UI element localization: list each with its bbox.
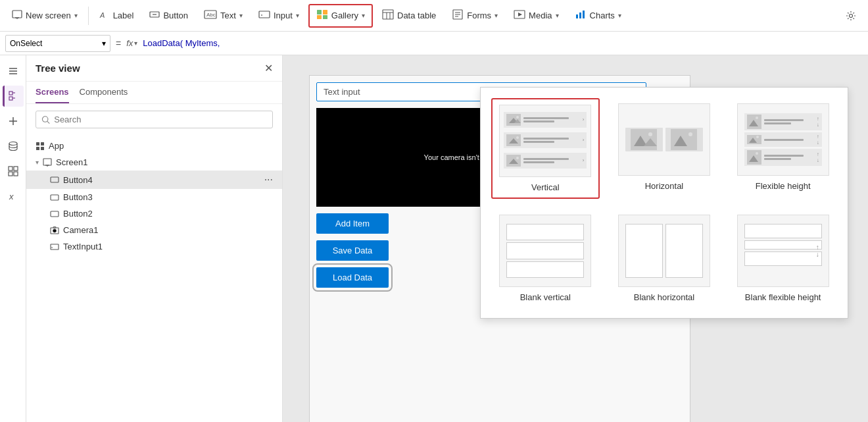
gallery-option-blank-horizontal[interactable]: Blank horizontal xyxy=(610,209,719,307)
tree-item-button2[interactable]: Button2 xyxy=(26,205,282,222)
blank-row-3 xyxy=(506,261,584,278)
tree-item-button4[interactable]: Button4 ··· xyxy=(26,171,282,189)
text-button[interactable]: Abc Text ▾ xyxy=(197,4,249,28)
tree-item-label: Screen1 xyxy=(56,157,87,167)
svg-rect-14 xyxy=(383,10,393,19)
thumb-image-icon xyxy=(506,114,521,126)
tab-screens[interactable]: Screens xyxy=(36,82,69,103)
tree-header: Tree view ✕ xyxy=(26,55,282,82)
charts-icon xyxy=(575,9,587,22)
blank-flex-row-3 xyxy=(744,251,822,266)
tree-item-label: Button4 xyxy=(63,175,93,185)
fx-button[interactable]: fx ▾ xyxy=(126,38,137,48)
svg-rect-41 xyxy=(14,172,18,176)
button-icon xyxy=(50,209,59,219)
chevron-down-icon: ▾ xyxy=(362,12,365,19)
gallery-option-blank-vertical[interactable]: Blank vertical xyxy=(491,209,600,307)
label-label: Label xyxy=(113,11,134,20)
button-label: Button xyxy=(163,11,188,20)
svg-point-27 xyxy=(850,14,853,17)
screen-icon xyxy=(43,158,52,167)
gallery-option-label: Horizontal xyxy=(645,181,684,191)
blank-horiz xyxy=(623,221,706,280)
property-value: OnSelect xyxy=(10,39,42,48)
tree-item-label: TextInput1 xyxy=(63,242,103,251)
blank-flex-row-1 xyxy=(744,224,822,238)
tab-components[interactable]: Components xyxy=(80,82,128,103)
gallery-option-horizontal[interactable]: Horizontal xyxy=(610,98,719,199)
vert-row-2: › xyxy=(504,132,587,148)
svg-rect-48 xyxy=(41,147,44,150)
button-button[interactable]: Button xyxy=(143,4,195,28)
chevron-down-icon: ▾ xyxy=(494,12,498,19)
tree-item-camera1[interactable]: Camera1 xyxy=(26,222,282,238)
button-icon xyxy=(149,9,160,22)
tree-tabs: Screens Components xyxy=(26,82,282,104)
gallery-option-flexible-height[interactable]: ↑↓ ↑↓ xyxy=(729,98,837,199)
svg-point-76 xyxy=(688,132,692,136)
blank-col-2 xyxy=(665,224,703,278)
flex-line xyxy=(764,139,804,141)
data-table-button[interactable]: Data table xyxy=(375,4,443,28)
svg-point-82 xyxy=(756,136,759,138)
property-select[interactable]: OnSelect ▾ xyxy=(5,35,110,52)
settings-button[interactable] xyxy=(839,4,863,28)
search-input[interactable] xyxy=(54,115,267,124)
horiz-cell-2 xyxy=(665,128,703,151)
svg-rect-40 xyxy=(9,172,12,176)
gallery-option-vertical[interactable]: › › xyxy=(491,98,600,199)
tree-item-screen1[interactable]: ▾ Screen1 xyxy=(26,154,282,171)
svg-rect-74 xyxy=(671,129,697,150)
app-icon xyxy=(36,142,45,151)
vert-row-3: › xyxy=(504,153,587,169)
tree-item-button3[interactable]: Button3 xyxy=(26,189,282,205)
tree-item-app[interactable]: App xyxy=(26,138,282,154)
expand-collapse-icon: ↑↓ xyxy=(817,134,819,145)
hamburger-menu-button[interactable] xyxy=(3,61,24,82)
forms-button[interactable]: Forms ▾ xyxy=(445,4,504,28)
tree-item-label: App xyxy=(49,141,64,151)
chevron-right-icon: › xyxy=(583,117,585,122)
search-icon xyxy=(41,115,50,124)
data-icon-button[interactable] xyxy=(3,136,24,157)
save-data-button[interactable]: Save Data xyxy=(316,240,389,261)
tree-item-textinput1[interactable]: TextInput1 xyxy=(26,238,282,255)
svg-rect-33 xyxy=(9,97,12,100)
textinput-icon xyxy=(50,242,59,251)
input-icon xyxy=(258,9,270,22)
gallery-option-blank-flexible-height[interactable]: ↑↓ Blank flexible height xyxy=(729,209,837,307)
thumb-image-icon xyxy=(506,155,521,167)
tree-items: App ▾ Screen1 Button4 ··· Button3 xyxy=(26,135,282,422)
formula-content[interactable]: LoadData( MyItems, xyxy=(143,38,863,48)
input-button[interactable]: Input ▾ xyxy=(252,4,306,28)
text-label: Text xyxy=(220,11,236,20)
media-button[interactable]: Media ▾ xyxy=(507,4,565,28)
thumb-image-icon xyxy=(747,115,761,129)
variables-button[interactable]: x xyxy=(3,186,24,207)
thumb-image-icon xyxy=(747,150,761,165)
components-button[interactable] xyxy=(3,161,24,182)
close-icon[interactable]: ✕ xyxy=(264,62,273,74)
forms-label: Forms xyxy=(467,11,491,20)
charts-button[interactable]: Charts ▾ xyxy=(568,4,628,28)
flex-lines xyxy=(764,139,814,141)
svg-rect-47 xyxy=(36,147,39,150)
chevron-down-icon: ▾ xyxy=(102,39,106,48)
formula-text: LoadData( MyItems, xyxy=(143,38,220,48)
gallery-button[interactable]: Gallery ▾ xyxy=(308,4,373,28)
tree-view-button[interactable] xyxy=(3,86,24,107)
add-button[interactable] xyxy=(3,111,24,132)
flex-row-1: ↑↓ xyxy=(744,113,822,130)
add-item-button[interactable]: Add Item xyxy=(316,213,389,234)
new-screen-button[interactable]: New screen ▾ xyxy=(5,4,84,28)
forms-icon xyxy=(452,9,464,22)
gallery-panel: › › xyxy=(480,87,848,319)
svg-rect-49 xyxy=(43,159,51,165)
svg-text:A: A xyxy=(99,11,105,19)
svg-rect-0 xyxy=(12,11,22,18)
label-button[interactable]: A Label xyxy=(93,4,141,28)
load-data-button[interactable]: Load Data xyxy=(316,267,389,288)
more-options-icon[interactable]: ··· xyxy=(264,174,273,186)
vert-lines xyxy=(523,138,579,143)
thumb-image-icon xyxy=(506,134,521,146)
